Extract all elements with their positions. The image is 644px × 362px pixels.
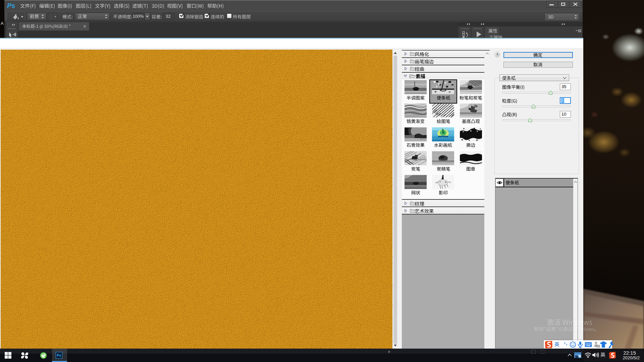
- svg-text:19: 19: [597, 345, 600, 348]
